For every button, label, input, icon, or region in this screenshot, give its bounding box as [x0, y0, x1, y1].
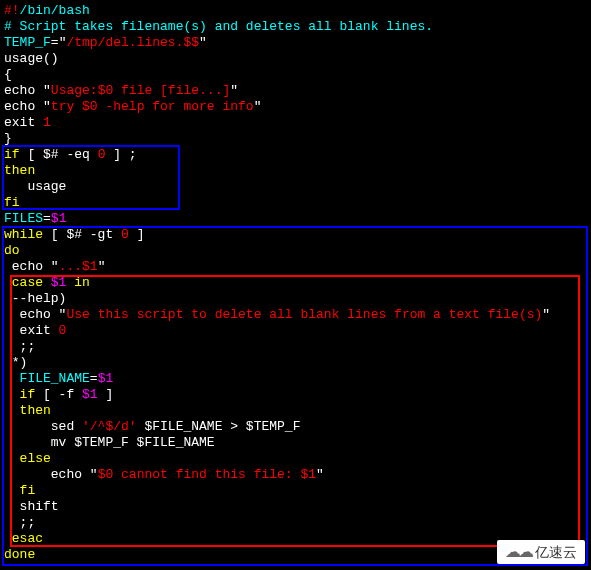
exit-code: 1: [43, 115, 51, 130]
exit-cmd: exit: [4, 323, 59, 338]
if-keyword: if: [4, 147, 20, 162]
quote: ": [316, 467, 324, 482]
in-keyword: in: [66, 275, 89, 290]
esac-keyword: esac: [4, 531, 43, 546]
shift-cmd: shift: [4, 499, 59, 514]
quote: ": [98, 259, 106, 274]
var-tempf: TEMP_F: [4, 35, 51, 50]
var-ref: $1: [51, 211, 67, 226]
sed-pattern: '/^$/d': [82, 419, 137, 434]
string-dots: ...$1: [59, 259, 98, 274]
comment-line: # Script takes filename(s) and deletes a…: [4, 19, 433, 34]
case-keyword: case: [4, 275, 51, 290]
brace-close: }: [4, 131, 12, 146]
test-expr: [ $# -eq: [20, 147, 98, 162]
done-keyword: done: [4, 547, 35, 562]
echo-cmd: echo: [4, 467, 90, 482]
if-keyword: if: [4, 387, 35, 402]
test-close: ]: [129, 227, 145, 242]
quote: ": [254, 99, 262, 114]
cloud-icon: ☁☁: [505, 544, 531, 560]
test-expr: [ -f: [35, 387, 82, 402]
quote: ": [230, 83, 238, 98]
code-block: #!/bin/bash # Script takes filename(s) a…: [0, 0, 591, 566]
shebang-path: /bin/bash: [20, 3, 90, 18]
case-end: ;;: [4, 339, 35, 354]
watermark-text: 亿速云: [535, 544, 577, 560]
sed-args: $FILE_NAME > $TEMP_F: [137, 419, 301, 434]
var-ref: $1: [82, 387, 98, 402]
shebang-hash: #!: [4, 3, 20, 18]
echo-cmd: echo: [4, 83, 43, 98]
do-keyword: do: [4, 243, 20, 258]
else-keyword: else: [4, 451, 51, 466]
echo-cmd: echo: [4, 259, 51, 274]
quote: ": [199, 35, 207, 50]
string-try: try $0 -help for more info: [51, 99, 254, 114]
echo-cmd: echo: [4, 307, 59, 322]
exit-cmd: exit: [4, 115, 43, 130]
quote: ": [90, 467, 98, 482]
fi-keyword: fi: [4, 195, 20, 210]
test-expr: [ $# -gt: [43, 227, 121, 242]
string-usage: Usage:$0 file [file...]: [51, 83, 230, 98]
var-files: FILES: [4, 211, 43, 226]
string-notfound: $0 cannot find this file: $1: [98, 467, 316, 482]
watermark-badge: ☁☁ 亿速云: [497, 540, 585, 564]
case-help: --help): [4, 291, 66, 306]
mv-cmd: mv $TEMP_F $FILE_NAME: [4, 435, 215, 450]
quote: ": [43, 83, 51, 98]
sed-cmd: sed: [4, 419, 82, 434]
fi-keyword: fi: [4, 483, 35, 498]
brace-open: {: [4, 67, 12, 82]
echo-cmd: echo: [4, 99, 43, 114]
test-close: ]: [98, 387, 114, 402]
then-keyword: then: [4, 163, 35, 178]
assign-op: =: [51, 35, 59, 50]
string-help: Use this script to delete all blank line…: [66, 307, 542, 322]
var-filename: FILE_NAME: [4, 371, 90, 386]
case-default: *): [4, 355, 27, 370]
func-usage: usage(): [4, 51, 59, 66]
num-zero: 0: [121, 227, 129, 242]
case-end: ;;: [4, 515, 35, 530]
then-keyword: then: [4, 403, 51, 418]
var-ref: $1: [51, 275, 67, 290]
assign-op: =: [90, 371, 98, 386]
var-ref: $1: [98, 371, 114, 386]
usage-call: usage: [4, 179, 66, 194]
while-keyword: while: [4, 227, 43, 242]
quote: ": [43, 99, 51, 114]
quote: ": [51, 259, 59, 274]
exit-code: 0: [59, 323, 67, 338]
test-close: ] ;: [105, 147, 136, 162]
quote: ": [542, 307, 550, 322]
assign-op: =: [43, 211, 51, 226]
string-path: /tmp/del.lines.$$: [66, 35, 199, 50]
